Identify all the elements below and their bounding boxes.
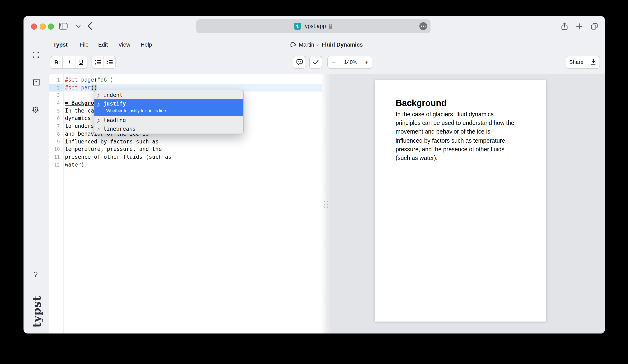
typst-favicon: t <box>294 23 301 30</box>
autocomplete-label: indent <box>103 92 123 98</box>
autocomplete-item-justify[interactable]: pjustifyWhether to justify text in its l… <box>94 99 243 116</box>
autocomplete-item-leading[interactable]: pleading <box>94 116 243 124</box>
bold-button[interactable]: B <box>50 56 63 68</box>
new-tab-icon[interactable] <box>575 22 583 30</box>
numbered-list-button[interactable]: 1 2 <box>103 56 115 68</box>
code-line-text: influenced by factors such as <box>63 138 322 146</box>
preview-body-line: movement and behavior of the ice is <box>396 128 514 136</box>
code-line[interactable]: 9influenced by factors such as <box>49 138 322 146</box>
line-number: 6 <box>49 115 63 122</box>
screen: t typst.app <box>0 0 628 364</box>
cloud-icon <box>289 42 296 47</box>
pane-divider <box>322 74 330 333</box>
line-number: 4 <box>49 99 63 107</box>
tab-overview-icon[interactable] <box>590 22 598 30</box>
line-number: 9 <box>49 138 63 146</box>
compile-status-button[interactable] <box>310 56 322 68</box>
line-number: 12 <box>49 161 63 169</box>
autocomplete-item-indent[interactable]: pindent <box>94 90 243 99</box>
chrome-divider <box>73 22 73 30</box>
download-button[interactable] <box>587 56 599 68</box>
gutter-divider <box>63 74 64 333</box>
line-number: 7 <box>49 122 63 130</box>
code-line-text: #set page("a6") <box>63 76 322 84</box>
help-icon[interactable]: ? <box>34 270 38 279</box>
share-page-icon[interactable] <box>560 22 568 30</box>
breadcrumb-project: Fluid Dynamics <box>322 41 363 48</box>
sidebar-toggle-icon[interactable] <box>59 23 68 30</box>
code-line[interactable]: 10temperature, pressure, and the <box>49 146 322 153</box>
line-number: 3 <box>49 92 63 99</box>
menu-file[interactable]: File <box>79 42 89 48</box>
preview-body-line: (such as water). <box>396 154 514 162</box>
browser-window: t typst.app <box>23 16 605 333</box>
parameter-kind-icon: p <box>97 126 103 132</box>
numbered-list-icon: 1 2 <box>106 59 113 65</box>
line-number: 8 <box>49 130 63 138</box>
line-number: 1 <box>49 76 63 84</box>
autocomplete-description: Whether to justify text in its line. <box>97 108 243 113</box>
code-line[interactable]: 12water). <box>49 161 322 169</box>
preview-page: Background In the case of glaciers, flui… <box>375 80 546 322</box>
autocomplete-label: linebreaks <box>103 126 136 132</box>
app-grid-icon[interactable] <box>33 52 39 58</box>
code-line[interactable]: 11presence of other fluids (such as <box>49 153 322 161</box>
autocomplete-label: justify <box>103 101 126 107</box>
menu-help[interactable]: Help <box>141 42 152 48</box>
preview-body-line: pressure, and the presence of other flui… <box>396 145 514 154</box>
back-icon[interactable] <box>87 22 92 30</box>
checkmark-icon <box>313 60 319 65</box>
menu-edit[interactable]: Edit <box>98 42 108 48</box>
parameter-kind-icon: p <box>97 117 103 123</box>
code-line-text: presence of other fluids (such as <box>63 153 322 161</box>
settings-gear-icon[interactable]: ⚙ <box>32 105 39 115</box>
bullet-list-button[interactable] <box>92 56 103 68</box>
url-text: typst.app <box>303 23 326 29</box>
italic-button[interactable]: I <box>63 56 75 68</box>
comment-bubble-icon <box>296 59 303 65</box>
typst-logo[interactable]: typst <box>24 293 49 330</box>
line-number: 10 <box>49 146 63 153</box>
zoom-window-button[interactable] <box>48 23 54 30</box>
parameter-kind-icon: p <box>97 92 103 98</box>
preview-heading: Background <box>396 98 447 108</box>
download-icon <box>590 59 596 65</box>
preview-body-line: In the case of glaciers, fluid dynamics <box>396 110 514 119</box>
breadcrumb-separator: › <box>317 42 319 47</box>
line-number: 2 <box>49 84 63 91</box>
close-window-button[interactable] <box>31 23 37 30</box>
zoom-level[interactable]: 140% <box>340 56 361 68</box>
preview-body-line: principles can be used to understand how… <box>396 119 514 127</box>
breadcrumb: Martin › Fluid Dynamics <box>289 41 363 48</box>
preview-body-line: influenced by factors such as temperatur… <box>396 136 514 145</box>
underline-button[interactable]: U <box>75 56 87 68</box>
code-line[interactable]: 1#set page("a6") <box>49 76 322 84</box>
code-line-text: water). <box>63 161 322 169</box>
files-tray-icon[interactable] <box>32 78 40 86</box>
autocomplete-item-linebreaks[interactable]: plinebreaks <box>94 124 243 133</box>
page-settings-icon[interactable] <box>419 22 427 30</box>
autocomplete-label: leading <box>103 117 126 123</box>
share-button[interactable]: Share <box>566 56 587 68</box>
pane-drag-handle[interactable] <box>324 201 328 208</box>
menu-typst[interactable]: Typst <box>53 42 68 48</box>
lock-icon <box>328 23 333 29</box>
address-bar[interactable]: t typst.app <box>196 19 430 33</box>
code-line-text: temperature, pressure, and the <box>63 146 322 153</box>
chevron-down-icon[interactable] <box>76 24 80 28</box>
autocomplete-popup: pindentpjustifyWhether to justify text i… <box>94 90 243 134</box>
svg-text:2: 2 <box>106 62 108 65</box>
menu-view[interactable]: View <box>118 42 130 48</box>
zoom-out-button[interactable]: − <box>328 56 340 68</box>
line-number: 11 <box>49 153 63 161</box>
minimize-window-button[interactable] <box>39 23 46 30</box>
breadcrumb-owner[interactable]: Martin <box>299 41 314 48</box>
comments-button[interactable] <box>293 56 306 68</box>
bullet-list-icon <box>94 59 101 65</box>
line-number: 5 <box>49 107 63 115</box>
preview-body: In the case of glaciers, fluid dynamicsp… <box>396 110 514 162</box>
preview-pane[interactable]: Background In the case of glaciers, flui… <box>330 74 605 333</box>
parameter-kind-icon: p <box>97 101 103 107</box>
svg-text:1: 1 <box>106 59 108 62</box>
zoom-in-button[interactable]: + <box>361 56 372 68</box>
